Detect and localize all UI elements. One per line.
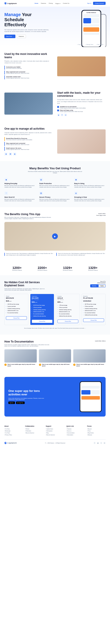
benefit-icon: ◆ — [4, 178, 8, 182]
choose-plan-button[interactable]: Choose Plan — [6, 316, 27, 320]
doc-card[interactable]: 2How to use mobile apps step by step wit… — [39, 349, 71, 367]
feature-desc: Porttitor egestas lacinia enim. Morbi ri… — [6, 144, 53, 145]
used-sub: Phasellus, ante vulputate montes, sidem.… — [4, 60, 53, 64]
doc-image — [39, 349, 71, 362]
monthly-toggle[interactable]: Monthly — [90, 284, 98, 288]
doc-card[interactable]: 1How to use mobile apps step by step wit… — [4, 349, 37, 367]
video-title: The Benefits Using This App — [4, 213, 53, 216]
footer-link[interactable]: • Partner — [25, 428, 44, 430]
logo[interactable]: Loguipsum — [4, 2, 17, 4]
pricing-sub: Sociis donec euismod vestibulum non quam… — [4, 288, 48, 291]
footer-link[interactable]: • Mindscape — [4, 430, 23, 432]
logo-icon — [4, 2, 6, 4]
footer-link[interactable]: • Publication — [25, 430, 44, 432]
feature-item: Automate routine workPorttitor egestas l… — [4, 76, 53, 79]
benefit-icon: ⚿ — [39, 192, 43, 195]
plan-feature: No customized interface — [32, 313, 53, 315]
footer-col: Support• Update News• Workspaces• Blog• … — [46, 425, 64, 436]
playstore-button[interactable]: ▶ Google Play — [16, 402, 25, 404]
footer-link[interactable]: • Blog Stories — [87, 432, 106, 434]
features-button[interactable]: Features — [17, 34, 26, 38]
plan-feature: No customized interface — [83, 312, 104, 314]
docs-section: How To Documentation Sociis dictumit con… — [0, 334, 110, 372]
create-account-button[interactable]: Create Account — [93, 2, 106, 5]
footer-link[interactable]: • Blog — [46, 432, 64, 434]
plan-feature: additional benefits to use — [57, 311, 78, 313]
choose-plan-button[interactable]: Choose Plan — [32, 320, 53, 323]
pricing-disclaimer: Aut ut id semper vitae sit amet. Sit dic… — [4, 328, 106, 329]
nav-pricing[interactable]: Pricing — [49, 3, 53, 4]
plan-feature: Additional free plan planning — [32, 315, 53, 317]
plan-feature: 3 Person permitted — [57, 306, 78, 309]
doc-image — [4, 349, 37, 362]
footer-link[interactable]: • Workspaces — [46, 430, 64, 432]
nav-features[interactable]: Features — [41, 3, 46, 4]
benefit-desc: Mel lorem tincidunt ultricies eid bibend… — [4, 185, 36, 188]
benefit-desc: Mel lorem tincidunt ultricies eid bibend… — [4, 198, 36, 202]
plan-tier: Company — [57, 296, 78, 297]
signin-link[interactable]: Sign In — [87, 3, 91, 4]
hero-tag: ✓ Manage Team — [85, 44, 93, 45]
doc-title-text: How to use mobile apps step by step with… — [42, 364, 71, 367]
feature-desc: Purus lacus dictumst condiment — [6, 68, 53, 69]
footer-link[interactable]: • Our Story — [4, 428, 23, 430]
choose-plan-button[interactable]: Choose Plan — [83, 318, 104, 322]
linkedin-icon[interactable]: in — [104, 442, 106, 444]
footer-link[interactable]: • Meetups — [87, 434, 106, 436]
nav-pages[interactable]: Pages ▾ — [55, 3, 60, 4]
appstore-button[interactable]: App Store — [8, 402, 15, 404]
header: Loguipsum HomeFeaturesPricingPages ▾Cont… — [0, 0, 110, 6]
footer-logo[interactable]: Loguipsum — [4, 442, 17, 444]
feature-icon-1: ◆ — [4, 152, 7, 156]
doc-card[interactable]: 3How to use mobile apps step by step wit… — [73, 349, 106, 367]
nav-contactus[interactable]: Contact Us — [63, 3, 70, 4]
footer-link[interactable]: • Update News — [46, 428, 64, 430]
plan-name: PLATINUM — [83, 297, 104, 299]
feature-desc: Porttitor egestas lacinia enim. Morbi ri… — [6, 72, 53, 74]
footer-link[interactable]: • Become Sponsor — [25, 432, 44, 434]
plan-gold: CompanyGOLDReg. 200 $ year$99/month1 TB … — [56, 294, 80, 325]
footer-link[interactable]: • Privacy Policy — [4, 434, 23, 436]
plan-feature: 3 Person permitted — [83, 306, 104, 308]
benefit-icon: ♡ — [4, 192, 8, 195]
footer-link[interactable]: • Features — [66, 428, 85, 430]
footer-link[interactable]: • Subscription — [66, 434, 85, 436]
video-player[interactable]: ▶ — [4, 222, 106, 250]
choose-plan-button[interactable]: Choose Plan — [57, 320, 78, 323]
nav-home[interactable]: Home — [34, 3, 38, 4]
benefit-card: ▤Scale ProductiveMel lorem tincidunt ult… — [39, 178, 71, 188]
check-icon — [57, 106, 59, 108]
benefit-title: Secure Privacy — [39, 196, 71, 198]
plan-tier: Student — [6, 296, 27, 297]
basic-image — [4, 92, 53, 114]
stat-label: Someone Feature — [12, 270, 22, 271]
plan-feature: additional benefits to use — [6, 310, 27, 312]
yearly-toggle[interactable]: Yearly — [98, 284, 106, 288]
plan-feature: 100 GB cloud free storage — [32, 304, 53, 306]
footer-link[interactable]: • Documentation — [66, 432, 85, 434]
twitter-icon[interactable]: t — [100, 442, 102, 444]
save-tag: Save 47% annual payment — [90, 281, 106, 284]
stat-label: Someone Feature — [37, 270, 47, 271]
check-icon — [57, 110, 59, 111]
footer-link[interactable]: • Our Team — [4, 432, 23, 434]
start-now-button[interactable]: Start Now → — [4, 34, 15, 38]
plan-feature: Unlimited meetings planning — [6, 308, 27, 310]
used-by-section: Used by the most innovative work teams P… — [0, 47, 110, 86]
video-handwrite: watch video how App work — [96, 213, 106, 216]
logo-icon — [4, 442, 6, 444]
instagram-icon[interactable]: ◉ — [97, 442, 99, 444]
feature-icon-2: ▤ — [9, 152, 12, 156]
footer-link[interactable]: • About us — [66, 430, 85, 432]
stat-number: 1200+ — [12, 266, 22, 270]
benefit-desc: Mel lorem tincidunt ultricies eid bibend… — [39, 198, 71, 202]
doc-number: 3 — [73, 364, 76, 366]
footer-link[interactable]: • Become Sponsor — [46, 434, 64, 436]
stat-item: 1200+Someone Feature — [12, 266, 22, 271]
footer-col-title: Quick Link — [66, 425, 85, 427]
footer-link[interactable]: • Beyond — [87, 428, 106, 430]
cta-title: One super app for tons activities ever — [8, 389, 44, 396]
facebook-icon[interactable]: f — [94, 442, 96, 444]
footer-col: Quick Link• Features• About us• Document… — [66, 425, 85, 436]
footer-link[interactable]: • Press — [87, 430, 106, 432]
